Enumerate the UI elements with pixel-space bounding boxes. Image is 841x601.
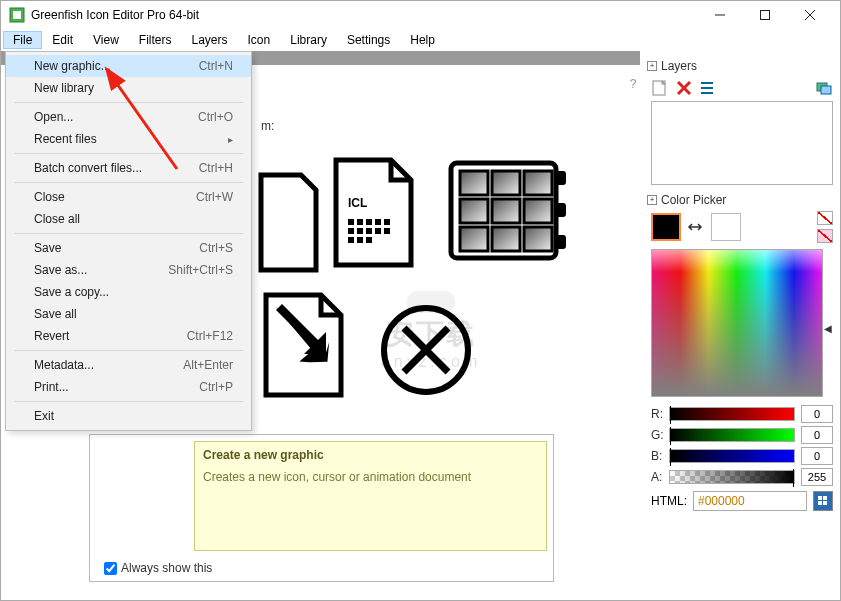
app-icon	[9, 7, 25, 23]
menu-icon[interactable]: Icon	[238, 31, 281, 49]
transparent-swatch[interactable]	[817, 211, 833, 225]
delete-layer-icon[interactable]	[675, 79, 693, 97]
blue-value[interactable]: 0	[801, 447, 833, 465]
svg-rect-12	[384, 219, 390, 225]
layer-props-icon[interactable]	[699, 79, 717, 97]
red-value[interactable]: 0	[801, 405, 833, 423]
green-bar[interactable]	[669, 428, 795, 442]
alpha-bar[interactable]	[669, 470, 795, 484]
svg-rect-49	[823, 501, 827, 505]
layers-toolbar	[647, 77, 837, 99]
always-show-checkbox[interactable]: Always show this	[104, 561, 212, 575]
svg-rect-23	[556, 203, 566, 217]
menu-separator	[14, 153, 243, 154]
color-picker-title[interactable]: + Color Picker	[647, 193, 837, 207]
menu-item-shortcut: Alt+Enter	[183, 358, 233, 372]
green-value[interactable]: 0	[801, 426, 833, 444]
foreground-swatch[interactable]	[651, 213, 681, 241]
file-menu-item[interactable]: Print...Ctrl+P	[6, 376, 251, 398]
help-icon[interactable]: ?	[626, 77, 640, 91]
icl-file-icon[interactable]: ICL	[336, 160, 411, 265]
swap-colors-icon[interactable]	[687, 219, 705, 235]
file-menu-item[interactable]: Exit	[6, 405, 251, 427]
menu-separator	[14, 401, 243, 402]
document-icon[interactable]	[261, 175, 316, 270]
file-menu-item[interactable]: Open...Ctrl+O	[6, 106, 251, 128]
svg-rect-30	[524, 199, 552, 223]
menu-item-label: Save as...	[34, 263, 168, 277]
welcome-panel: Create a new graphic Creates a new icon,…	[89, 434, 554, 582]
menu-item-shortcut: Ctrl+O	[198, 110, 233, 124]
blue-bar[interactable]	[669, 449, 795, 463]
menu-item-label: Save all	[34, 307, 233, 321]
file-menu-item[interactable]: Close all	[6, 208, 251, 230]
html-color-field[interactable]: #000000	[693, 491, 807, 511]
file-menu-item[interactable]: RevertCtrl+F12	[6, 325, 251, 347]
red-slider[interactable]: R: 0	[647, 405, 837, 423]
svg-rect-1	[13, 11, 21, 19]
menu-item-label: Save a copy...	[34, 285, 233, 299]
menu-item-label: Open...	[34, 110, 198, 124]
menu-help[interactable]: Help	[400, 31, 445, 49]
background-swatch[interactable]	[711, 213, 741, 241]
menu-library[interactable]: Library	[280, 31, 337, 49]
file-menu-item[interactable]: CloseCtrl+W	[6, 186, 251, 208]
svg-rect-9	[357, 219, 363, 225]
layers-panel-title[interactable]: + Layers	[647, 59, 837, 73]
os-badge-icon[interactable]	[813, 491, 833, 511]
svg-rect-31	[460, 227, 488, 251]
menu-separator	[14, 102, 243, 103]
menu-file[interactable]: File	[3, 31, 42, 49]
file-menu-item[interactable]: Recent files	[6, 128, 251, 150]
svg-rect-26	[492, 171, 520, 195]
svg-rect-25	[460, 171, 488, 195]
file-menu-item[interactable]: Save a copy...	[6, 281, 251, 303]
title-bar: Greenfish Icon Editor Pro 64-bit	[1, 1, 840, 29]
expand-icon[interactable]: +	[647, 61, 657, 71]
green-slider[interactable]: G: 0	[647, 426, 837, 444]
menu-layers[interactable]: Layers	[182, 31, 238, 49]
file-menu-item[interactable]: SaveCtrl+S	[6, 237, 251, 259]
svg-rect-28	[460, 199, 488, 223]
merge-layers-icon[interactable]	[815, 79, 833, 97]
minimize-button[interactable]	[697, 1, 742, 29]
alpha-value[interactable]: 255	[801, 468, 833, 486]
alpha-slider[interactable]: A: 255	[647, 468, 837, 486]
color-spectrum[interactable]: ◀	[651, 249, 823, 397]
menu-view[interactable]: View	[83, 31, 129, 49]
svg-rect-3	[760, 11, 769, 20]
menu-item-label: New graphic...	[34, 59, 199, 73]
new-layer-icon[interactable]	[651, 79, 669, 97]
close-window-button[interactable]	[787, 1, 832, 29]
menu-item-shortcut: Shift+Ctrl+S	[168, 263, 233, 277]
file-menu-item[interactable]: Batch convert files...Ctrl+H	[6, 157, 251, 179]
menu-item-label: Revert	[34, 329, 187, 343]
spectrum-caret[interactable]: ◀	[824, 323, 832, 334]
menu-item-label: Close all	[34, 212, 233, 226]
right-panel: + Layers + Color Picker ◀ R: 0 G: 0 B:	[647, 57, 837, 594]
svg-rect-17	[384, 228, 390, 234]
menu-item-label: Metadata...	[34, 358, 183, 372]
menu-edit[interactable]: Edit	[42, 31, 83, 49]
file-menu-item[interactable]: Save as...Shift+Ctrl+S	[6, 259, 251, 281]
svg-rect-13	[348, 228, 354, 234]
contact-sheet-icon[interactable]	[451, 163, 566, 258]
maximize-button[interactable]	[742, 1, 787, 29]
expand-icon[interactable]: +	[647, 195, 657, 205]
menu-settings[interactable]: Settings	[337, 31, 400, 49]
file-menu-item[interactable]: Metadata...Alt+Enter	[6, 354, 251, 376]
red-bar[interactable]	[669, 407, 795, 421]
file-menu-item[interactable]: New library	[6, 77, 251, 99]
menu-item-shortcut: Ctrl+N	[199, 59, 233, 73]
menu-filters[interactable]: Filters	[129, 31, 182, 49]
layers-list[interactable]	[651, 101, 833, 185]
svg-rect-29	[492, 199, 520, 223]
always-show-input[interactable]	[104, 562, 117, 575]
svg-rect-27	[524, 171, 552, 195]
file-menu-item[interactable]: Save all	[6, 303, 251, 325]
svg-rect-44	[821, 86, 831, 94]
blue-slider[interactable]: B: 0	[647, 447, 837, 465]
file-menu-item[interactable]: New graphic...Ctrl+N	[6, 55, 251, 77]
svg-rect-11	[375, 219, 381, 225]
inverse-swatch[interactable]	[817, 229, 833, 243]
